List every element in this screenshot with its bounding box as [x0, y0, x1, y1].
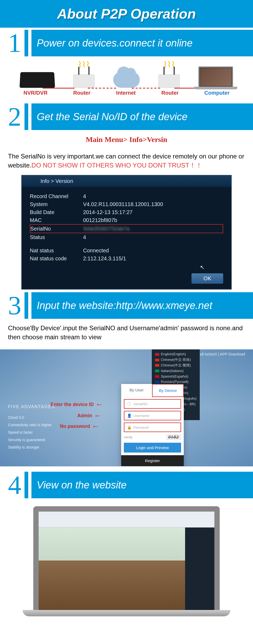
username-input[interactable]: 👤Username: [124, 411, 181, 420]
connection-diagram: ⌇⌇⌇ ⌇⌇⌇: [0, 58, 253, 90]
top-links[interactable]: Install ActiveX | APP Download: [194, 352, 245, 356]
k-system: System: [30, 200, 83, 208]
k-serial: SerialNo: [30, 225, 84, 233]
cursor-icon: ↖: [200, 264, 205, 270]
step-3-header: 3 Input the website:http://www.xmeye.net: [0, 292, 253, 319]
v-system: V4.02.R11.00031118.12001.1300: [83, 200, 163, 208]
k-build: Build Date: [30, 208, 83, 216]
k-natcode: Nat status code: [30, 254, 83, 262]
camera-feed: [39, 528, 185, 610]
step-3-number: 3: [0, 292, 25, 319]
flag-icon: [155, 381, 159, 383]
step-vbar: [25, 30, 28, 56]
wire-3: [132, 88, 161, 89]
lock-icon: 🔒: [127, 425, 131, 429]
lang-item[interactable]: Spanish(Español): [155, 374, 197, 379]
flag-icon: [155, 359, 159, 361]
router-icon: ⌇⌇⌇: [158, 74, 180, 88]
step-4-number: 4: [0, 472, 25, 498]
arrow-serial: Enter the device ID←: [51, 400, 103, 409]
step-1-label: Power on devices.connect it online: [31, 30, 253, 56]
k-record: Record Channel: [30, 192, 83, 200]
step3-instructions: Choose'By Device'.input the SerialNO and…: [0, 321, 253, 344]
step-2-header: 2 Get the Serial No/ID of the device: [0, 103, 253, 130]
label-internet: Internet: [116, 90, 136, 96]
user-icon: 👤: [127, 413, 131, 418]
label-router: Router: [73, 90, 90, 96]
arrow-pass: No password←: [60, 422, 100, 431]
serial-input[interactable]: 🖵SerialNO.: [124, 399, 181, 409]
login-button[interactable]: Login and Preview: [124, 443, 181, 453]
step-3-label: Input the website:http://www.xmeye.net: [31, 292, 253, 319]
v-nat: Connected: [83, 246, 109, 254]
nvr-icon: [20, 72, 55, 88]
v-status: 4: [83, 233, 86, 241]
register-button[interactable]: Register: [121, 455, 184, 466]
flag-icon: [155, 364, 159, 367]
video-sidebar: [185, 528, 214, 610]
lang-item[interactable]: Chinese(中文-繁體): [155, 363, 197, 368]
adv-item: Speed is faster: [8, 429, 55, 436]
step-2-label: Get the Serial No/ID of the device: [31, 103, 253, 130]
advantages-title: FIVE ADVANTAGES: [8, 403, 55, 411]
diagram-labels: NVR/DVR Router Internet Router Computer: [0, 90, 253, 101]
wire-1: [43, 88, 75, 89]
step-vbar: [25, 472, 28, 498]
adv-item: Connectivity ratio is higher: [8, 421, 55, 429]
tab-by-device[interactable]: By Device: [152, 384, 184, 397]
k-status: Status: [30, 233, 83, 241]
adv-item: Security is guaranteed: [8, 436, 55, 444]
step-2-number: 2: [0, 103, 25, 130]
v-mac: 001212bf807b: [83, 216, 117, 224]
k-nat: Nat status: [30, 246, 83, 254]
page-title: About P2P Operation: [0, 6, 253, 22]
verify-label: Verify: [124, 435, 164, 439]
browser-chrome: [39, 512, 214, 528]
adv-item: Stability is stronger: [8, 444, 55, 451]
password-input[interactable]: 🔒Password: [124, 423, 181, 432]
flag-icon: [155, 353, 159, 356]
flag-icon: [155, 370, 159, 372]
info-version-panel: Info > Version Record Channel4 SystemV4.…: [21, 175, 232, 290]
serial-warning-text: The SerialNo is very important.we can co…: [0, 149, 253, 172]
advantages-block: FIVE ADVANTAGES Cloud 3.0 Connectivity r…: [8, 403, 55, 451]
step-vbar: [25, 292, 28, 319]
adv-item: Cloud 3.0: [8, 414, 55, 421]
v-build: 2014-12-13 15:17:27: [83, 208, 133, 216]
tab-by-user[interactable]: By User: [121, 384, 152, 397]
v-record: 4: [83, 192, 86, 200]
k-mac: MAC: [30, 216, 83, 224]
lang-item[interactable]: English(English): [155, 352, 197, 357]
lang-item[interactable]: Chinese(中文-简体): [155, 357, 197, 363]
wire-2: [88, 88, 117, 89]
step-4-header: 4 View on the website: [0, 472, 253, 498]
arrow-user: Admin←: [77, 411, 102, 420]
v-serial: febb35582752ab7a: [84, 225, 129, 233]
flag-icon: [155, 375, 159, 378]
menu-breadcrumb: Main Menu> Info>Versin: [0, 135, 253, 144]
laptop-base: [23, 610, 230, 616]
label-computer: Computer: [204, 90, 229, 96]
step-1-header: 1 Power on devices.connect it online: [0, 30, 253, 56]
v-natcode: 2:112.124.3.115/1: [83, 254, 126, 262]
step-1-number: 1: [0, 30, 25, 56]
laptop-icon: [198, 66, 233, 88]
cloud-icon: [113, 72, 140, 88]
label-router: Router: [161, 90, 178, 96]
header-banner: About P2P Operation: [0, 0, 253, 28]
ok-button[interactable]: OK: [191, 273, 223, 284]
login-box: By User By Device 🖵SerialNO. 👤Username 🔒…: [121, 384, 184, 466]
monitor-icon: 🖵: [127, 402, 131, 406]
panel-title: Info > Version: [22, 175, 231, 187]
step-vbar: [25, 103, 28, 130]
router-icon: ⌇⌇⌇: [73, 74, 95, 88]
website-screenshot: Install ActiveX | APP Download English(E…: [0, 349, 253, 466]
label-nvr: NVR/DVR: [23, 90, 47, 96]
laptop-preview: [33, 506, 220, 616]
captcha-image: 0182: [166, 434, 181, 440]
warn-part2: DO NOT SHOW IT OTHERS WHO YOU DONT TRUST…: [31, 162, 202, 169]
step-4-label: View on the website: [31, 472, 253, 498]
lang-item[interactable]: Italian(Italiano): [155, 368, 197, 374]
